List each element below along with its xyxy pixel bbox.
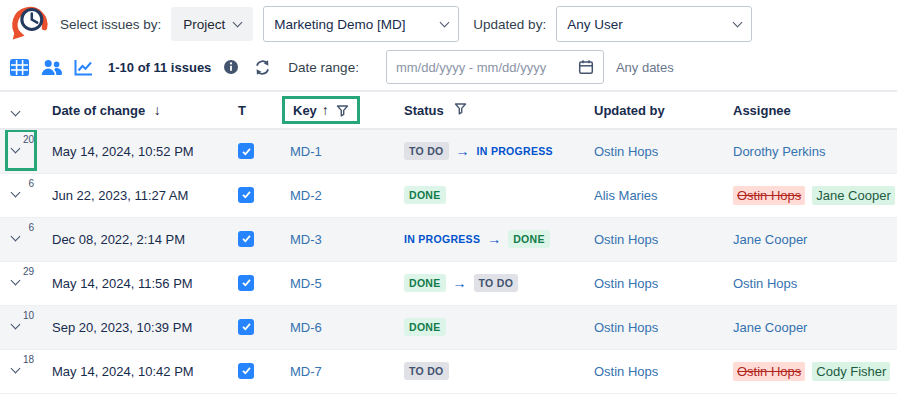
change-count-badge: 18: [23, 354, 34, 365]
project-select[interactable]: Marketing Demo [MD]: [263, 6, 459, 42]
column-header-key[interactable]: Key ↑: [282, 91, 396, 129]
column-header-status[interactable]: Status: [396, 91, 586, 129]
table-row: 6Jun 22, 2023, 11:27 AMMD-2DONEAlis Mari…: [0, 173, 897, 217]
check-icon: [241, 365, 252, 376]
updated-by-label: Updated by:: [473, 17, 546, 32]
issue-key-link[interactable]: MD-1: [290, 144, 322, 159]
users-view-icon[interactable]: [41, 59, 62, 76]
row-expander[interactable]: 6: [8, 220, 34, 256]
issue-key-link[interactable]: MD-6: [290, 320, 322, 335]
issue-key-link[interactable]: MD-3: [290, 232, 322, 247]
issue-key-link[interactable]: MD-2: [290, 188, 322, 203]
type-checkbox[interactable]: [238, 187, 254, 203]
change-count-badge: 10: [23, 310, 34, 321]
clock-history-logo-icon: [10, 5, 50, 43]
user-select-value: Any User: [567, 17, 623, 32]
type-checkbox[interactable]: [238, 231, 254, 247]
change-count-badge: 20: [23, 134, 34, 145]
row-expander[interactable]: 6: [8, 176, 34, 212]
select-issues-label: Select issues by:: [60, 17, 161, 32]
column-header-type[interactable]: T: [230, 91, 282, 129]
cell-type: [230, 349, 282, 393]
assignee-link[interactable]: Jane Cooper: [733, 320, 807, 335]
cell-status: TO DO→IN PROGRESS: [396, 129, 586, 173]
cell-date: May 14, 2024, 11:56 PM: [44, 261, 230, 305]
column-header-updated-by[interactable]: Updated by: [586, 91, 725, 129]
updated-by-link[interactable]: Ostin Hops: [594, 320, 658, 335]
updated-by-link[interactable]: Ostin Hops: [594, 276, 658, 291]
cell-expander: 18: [0, 349, 44, 393]
column-header-assignee[interactable]: Assignee: [725, 91, 897, 129]
assignee-change: Ostin HopsJane Cooper: [733, 186, 889, 205]
cell-assignee: Ostin HopsJane Cooper: [725, 173, 897, 217]
cell-status: TO DO: [396, 349, 586, 393]
status-lozenge: TO DO: [474, 274, 519, 292]
cell-assignee: Jane Cooper: [725, 305, 897, 349]
type-checkbox[interactable]: [238, 319, 254, 335]
status-lozenge: IN PROGRESS: [477, 142, 553, 160]
type-checkbox[interactable]: [238, 363, 254, 379]
issue-key-link[interactable]: MD-5: [290, 276, 322, 291]
updated-by-link[interactable]: Alis Maries: [594, 188, 658, 203]
cell-type: [230, 173, 282, 217]
updated-by-link[interactable]: Ostin Hops: [594, 144, 658, 159]
chevron-down-icon: [11, 275, 21, 285]
chevron-down-icon: [733, 18, 743, 28]
updated-by-link[interactable]: Ostin Hops: [594, 232, 658, 247]
issue-history-app: Select issues by: Project Marketing Demo…: [0, 0, 897, 394]
cell-expander: 20: [0, 129, 44, 173]
updated-by-link[interactable]: Ostin Hops: [594, 364, 658, 379]
issue-key-link[interactable]: MD-7: [290, 364, 322, 379]
status-lozenge: DONE: [508, 230, 550, 248]
check-icon: [241, 277, 252, 288]
type-checkbox[interactable]: [238, 143, 254, 159]
cell-key: MD-1: [282, 129, 396, 173]
cell-expander: 29: [0, 261, 44, 305]
issue-mode-dropdown[interactable]: Project: [171, 7, 253, 41]
assignee-removed[interactable]: Ostin Hops: [733, 362, 805, 381]
cell-date: May 14, 2024, 10:52 PM: [44, 129, 230, 173]
assignee-added[interactable]: Cody Fisher: [812, 362, 890, 381]
cell-expander: 10: [0, 305, 44, 349]
assignee-removed[interactable]: Ostin Hops: [733, 186, 805, 205]
cell-date: Sep 20, 2023, 10:39 PM: [44, 305, 230, 349]
check-icon: [241, 189, 252, 200]
row-expander[interactable]: 18: [8, 352, 34, 388]
assignee-added[interactable]: Jane Cooper: [812, 186, 894, 205]
refresh-icon[interactable]: [254, 59, 271, 76]
assignee-link[interactable]: Jane Cooper: [733, 232, 807, 247]
chart-view-icon[interactable]: [74, 59, 93, 76]
change-date: May 14, 2024, 11:56 PM: [52, 276, 193, 291]
column-label-assignee: Assignee: [733, 103, 791, 118]
column-header-expand: [0, 91, 44, 129]
row-expander[interactable]: 20: [8, 132, 34, 168]
assignee-link[interactable]: Ostin Hops: [733, 276, 797, 291]
cell-type: [230, 129, 282, 173]
column-label-status: Status: [404, 103, 444, 118]
cell-key: MD-7: [282, 349, 396, 393]
chevron-down-icon: [11, 319, 21, 329]
table-view-icon[interactable]: [10, 59, 29, 76]
check-icon: [241, 233, 252, 244]
sort-desc-icon[interactable]: ↓: [154, 102, 161, 118]
user-select[interactable]: Any User: [556, 6, 752, 42]
cell-expander: 6: [0, 217, 44, 261]
assignee-change: Jane Cooper: [733, 320, 889, 335]
filter-icon[interactable]: [336, 104, 349, 117]
assignee-link[interactable]: Dorothy Perkins: [733, 144, 825, 159]
row-expander[interactable]: 29: [8, 264, 34, 300]
date-range-input[interactable]: [396, 60, 578, 75]
row-expander[interactable]: 10: [8, 308, 34, 344]
chevron-down-icon: [11, 231, 21, 241]
expand-all-chevron[interactable]: [11, 106, 21, 116]
type-checkbox[interactable]: [238, 275, 254, 291]
column-header-date[interactable]: Date of change ↓: [44, 91, 230, 129]
cell-status: DONE: [396, 305, 586, 349]
sort-asc-icon[interactable]: ↑: [322, 102, 329, 118]
column-label-type: T: [238, 103, 246, 118]
filter-icon[interactable]: [454, 102, 467, 115]
info-icon[interactable]: [223, 59, 239, 75]
calendar-icon[interactable]: [578, 59, 594, 75]
cell-expander: 6: [0, 173, 44, 217]
cell-date: Jun 22, 2023, 11:27 AM: [44, 173, 230, 217]
